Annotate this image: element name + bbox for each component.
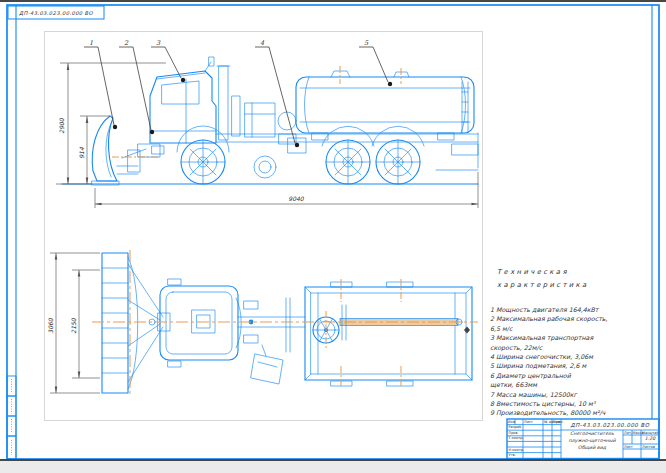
dim-plan-width: 3060 xyxy=(47,317,54,333)
tech-line: 5 Ширина подметания, 2,6 м xyxy=(490,361,644,370)
tech-line: 1 Мощность двигателя 164,4кВт xyxy=(490,305,644,314)
callout-number: 1 xyxy=(89,39,93,47)
tech-characteristics: Техническая характеристика 1 Мощность дв… xyxy=(490,266,644,418)
plan-view: 3060 2150 xyxy=(47,250,478,396)
tb-header-list: Лист xyxy=(524,420,533,424)
tb-designation: ДП-43.03.023.00.000 ВО xyxy=(563,421,657,430)
tb-scale-value: 1:20 xyxy=(641,437,659,441)
tech-line: щетки, 663мм xyxy=(490,380,644,389)
cab-plan xyxy=(160,279,253,367)
rear-brush-plan xyxy=(251,354,283,384)
tech-line: 6 Диаметр центральной xyxy=(490,371,644,380)
centerline xyxy=(326,279,401,388)
rear-wheel-1 xyxy=(326,140,370,184)
walkway-bar xyxy=(340,319,458,326)
tb-scale-label: Масштаб xyxy=(642,431,659,435)
dim-plan-inner-width: 2150 xyxy=(70,317,77,333)
central-brush-side xyxy=(254,156,276,178)
callout-number: 3 xyxy=(156,39,161,47)
tb-sheets-label: Листов xyxy=(642,445,655,449)
tb-name-line: Снегоочиститель xyxy=(562,431,622,437)
tb-name-line: плужно-щеточный xyxy=(562,438,622,444)
callouts: 1 2 3 4 5 xyxy=(84,39,392,147)
behind-cab-equipment xyxy=(217,66,306,153)
tech-line: 7 Масса машины, 12500кг xyxy=(490,390,644,399)
tech-title-line: характеристика xyxy=(497,279,644,292)
tb-name-line: Общий вид xyxy=(562,445,622,451)
mirror xyxy=(209,57,214,66)
rear-marker xyxy=(464,327,470,334)
tb-header-izm: Изм xyxy=(508,420,515,424)
rear-wheel-2 xyxy=(376,140,420,184)
dim-blade-height: 914 xyxy=(78,147,85,159)
tb-sheet-label: Лист xyxy=(624,445,633,449)
callout-number: 4 xyxy=(260,39,265,47)
dim-length: 9040 xyxy=(288,195,304,202)
tech-line: 3 Максимальная транспортная xyxy=(490,333,644,342)
corner-stamp-code: ДП-43.03.023.00.000 ВО xyxy=(10,8,102,19)
window-bottom-strip xyxy=(0,461,666,473)
plan-dimensions: 3060 2150 xyxy=(47,253,100,393)
tb-header-podp: Подп. xyxy=(553,420,564,424)
mirror xyxy=(168,361,181,367)
tech-line: 9 Производительность, 80000 м²/ч xyxy=(490,408,644,417)
mirror xyxy=(168,279,181,285)
tech-line: скорость, 22м/с xyxy=(490,343,644,352)
callout-number: 5 xyxy=(364,39,369,47)
front-wheel xyxy=(181,140,225,184)
tb-row-label: Т.контр. xyxy=(509,436,524,440)
tech-line: 8 Вместимость цистерны, 10 м³ xyxy=(490,399,644,408)
mid-frame-plan xyxy=(238,298,305,384)
tb-row-label: Пров. xyxy=(509,431,519,435)
tech-title-line: Техническая xyxy=(497,266,644,279)
tb-row-label: Н.контр. xyxy=(509,448,525,452)
tb-row-label: Разраб. xyxy=(509,425,523,429)
callout-number: 2 xyxy=(124,39,129,47)
drawing-sheet: 1 2 3 4 5 2900 914 9040 xyxy=(0,0,666,473)
tech-line: 6,5 м/с xyxy=(490,324,644,333)
cab-side xyxy=(138,57,229,157)
side-view xyxy=(62,57,478,185)
tb-lit-label: Лит. xyxy=(624,431,632,435)
tech-line: 2 Максимальная рабочая скорость, xyxy=(490,314,644,323)
dim-height: 2900 xyxy=(58,117,65,133)
tb-row-label: Утв. xyxy=(509,453,516,457)
cistern-plan xyxy=(305,282,472,386)
tech-line: 4 Ширина снегоочистки, 3,06м xyxy=(490,352,644,361)
side-dimensions: 2900 914 9040 xyxy=(56,63,478,208)
